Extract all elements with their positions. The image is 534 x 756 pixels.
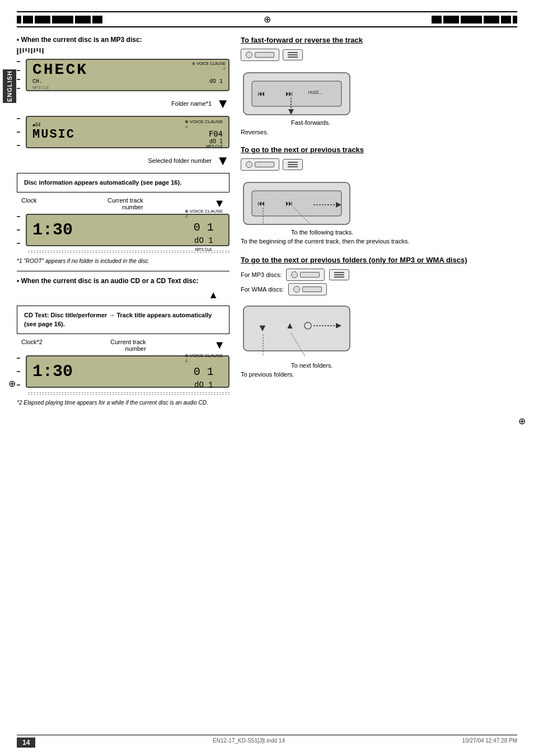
- clock-lcd-1: 1:30 ⊕ VOICE CLAUSE♫ 0 1 dO 1 MP3 CLE: [26, 214, 229, 246]
- disc-info-box: Disc information appears automatically (…: [17, 173, 229, 192]
- ff-diagram-svg: ⏮ ⏭ Hold...: [241, 67, 353, 120]
- svg-text:Hold...: Hold...: [308, 90, 322, 95]
- dashed-line-3: [28, 392, 229, 393]
- ff-ctrl-box-2: [283, 49, 303, 60]
- ctrl-line-5: [288, 164, 298, 165]
- selected-folder-label: Selected folder number: [148, 157, 212, 164]
- selected-folder-row: Selected folder number ▼: [17, 153, 229, 168]
- clock2-track-labels: Clock*2 Current track number ▼: [21, 339, 225, 352]
- clock-time-2: 1:30: [32, 362, 73, 381]
- ff-control-row: [241, 49, 517, 61]
- next-prev-heading: To go to the next or previous tracks: [241, 145, 517, 154]
- clock-dO-1: dO 1: [194, 236, 213, 245]
- wma-circle-btn: [293, 286, 300, 293]
- bar-block: [461, 16, 482, 24]
- lcd-icons: ⊕ VOICE CLAUSE ♫: [192, 62, 226, 71]
- ctrl-line-9: [334, 276, 344, 278]
- right-margin-symbol: ⊕: [518, 416, 526, 426]
- bar-block: [432, 16, 442, 24]
- ctrl-line-6: [288, 166, 298, 167]
- np-circle-btn: [246, 161, 252, 168]
- right-column: To fast-forward or reverse the track: [241, 36, 517, 410]
- ctrl-line-4: [288, 162, 298, 163]
- bar-block: [443, 16, 459, 24]
- bar-block: [17, 16, 21, 24]
- clock-dO-2: dO 1: [194, 381, 213, 389]
- ctrl-line-8: [334, 274, 344, 275]
- clock-right-2: ⊕ VOICE CLAUSE♫ 0 1 dO 1: [185, 353, 223, 389]
- np-rect-btn: [255, 162, 274, 167]
- fast-forward-section: To fast-forward or reverse the track: [241, 36, 517, 135]
- svg-rect-8: [252, 191, 341, 216]
- lcd-f04: F04: [209, 129, 223, 138]
- svg-text:⏭: ⏭: [285, 89, 293, 98]
- mp3-ctrl-box-2: [329, 269, 349, 280]
- fast-forward-heading: To fast-forward or reverse the track: [241, 36, 517, 44]
- left-margin-symbol: ⊕: [8, 378, 16, 389]
- wma-disc-row: For WMA discs:: [241, 283, 517, 295]
- fast-forwards-caption: Fast-forwards.: [291, 119, 517, 126]
- divider-1: [17, 271, 229, 271]
- dashed-line-2: [28, 252, 229, 253]
- clock-lcd-2: 1:30 ⊕ VOICE CLAUSE♫ 0 1 dO 1: [26, 355, 229, 388]
- lcd-mp3-cle: MP3 CLE: [32, 86, 223, 90]
- ff-rect-btn: [255, 52, 274, 58]
- np-diagram-svg: ⏮ ⏭: [241, 177, 353, 230]
- lcd-top-icons-2: ⊕ VOICE CLAUSE♫: [185, 119, 223, 129]
- audio-cd-heading: • When the current disc is an audio CD o…: [17, 277, 229, 285]
- date-info: 10/27/04 12:47:28 PM: [462, 738, 517, 748]
- svg-text:▼: ▼: [257, 322, 268, 334]
- bar-block: [23, 16, 33, 24]
- lcd-icons-3: ⊕ VOICE CLAUSE♫: [185, 209, 223, 219]
- svg-text:⏭: ⏭: [285, 199, 293, 208]
- top-bar-left-blocks: [17, 16, 102, 24]
- folders-section: To go to the next or previous folders (o…: [241, 256, 517, 379]
- reverses-caption: Reverses.: [241, 129, 517, 135]
- page-number-box: 14: [17, 738, 35, 748]
- left-column: ENGLISH • When the current disc is an MP…: [17, 36, 229, 410]
- ctrl-line-7: [334, 272, 344, 273]
- english-label: ENGLISH: [3, 69, 16, 103]
- mp3-rect-btn: [300, 272, 320, 278]
- ctrl-line-3: [288, 57, 298, 58]
- mp3-heading: • When the current disc is an MP3 disc:: [17, 36, 229, 44]
- wma-rect-btn: [302, 287, 322, 292]
- top-bar-symbol: ⊕: [108, 14, 426, 25]
- np-ctrl-box: [241, 158, 279, 171]
- svg-text:⏮: ⏮: [257, 199, 265, 208]
- music-lcd-display: ◆04 MUSIC ⊕ VOICE CLAUSE♫ F04 dO 1 MP3 C…: [26, 116, 229, 148]
- next-folders-caption: To next folders.: [291, 362, 517, 369]
- ff-ctrl-lines: [288, 52, 298, 58]
- ctrl-line-2: [288, 54, 298, 55]
- bar-block: [35, 16, 50, 24]
- svg-rect-1: [252, 81, 341, 106]
- lcd-mp3-2: MP3 CLE: [206, 144, 223, 148]
- mp3-ctrl-box: [286, 269, 325, 281]
- top-bar: ⊕: [17, 11, 517, 27]
- previous-folders-caption: To previous folders.: [241, 370, 517, 379]
- folders-heading: To go to the next or previous folders (o…: [241, 256, 517, 264]
- svg-text:▲: ▲: [285, 321, 294, 330]
- np-control-row: [241, 158, 517, 171]
- mp3-ctrl-lines: [334, 272, 344, 278]
- mp3-circle-btn: [291, 271, 298, 278]
- check-display-row: ⊕ VOICE CLAUSE ♫ CHECK CH. dO 1 MP3 CLE: [17, 57, 229, 93]
- lcd-music-num: ◆04: [32, 123, 75, 128]
- current-track2-label: Current track number: [110, 339, 146, 352]
- ff-ctrl-box: [241, 49, 279, 61]
- ff-circle-btn: [246, 51, 252, 58]
- next-prev-section: To go to the next or previous tracks: [241, 145, 517, 246]
- main-content: ENGLISH • When the current disc is an MP…: [17, 36, 517, 410]
- wma-ctrl-box: [288, 283, 327, 295]
- music-display-row: ◆04 MUSIC ⊕ VOICE CLAUSE♫ F04 dO 1 MP3 C…: [17, 114, 229, 151]
- lcd-do1-2: dO 1: [209, 138, 223, 144]
- folder-name-label: Folder name*1: [171, 100, 212, 107]
- top-bar-right-blocks: [432, 16, 517, 24]
- bar-block: [92, 16, 102, 24]
- clock-label: Clock: [21, 197, 37, 210]
- bar-block: [501, 16, 511, 24]
- arrow-down-2: ▼: [216, 153, 229, 168]
- lcd-ch-text: CH.: [32, 78, 43, 84]
- mp3-disc-row: For MP3 discs:: [241, 269, 517, 281]
- lcd-do1-text: dO 1: [209, 78, 223, 84]
